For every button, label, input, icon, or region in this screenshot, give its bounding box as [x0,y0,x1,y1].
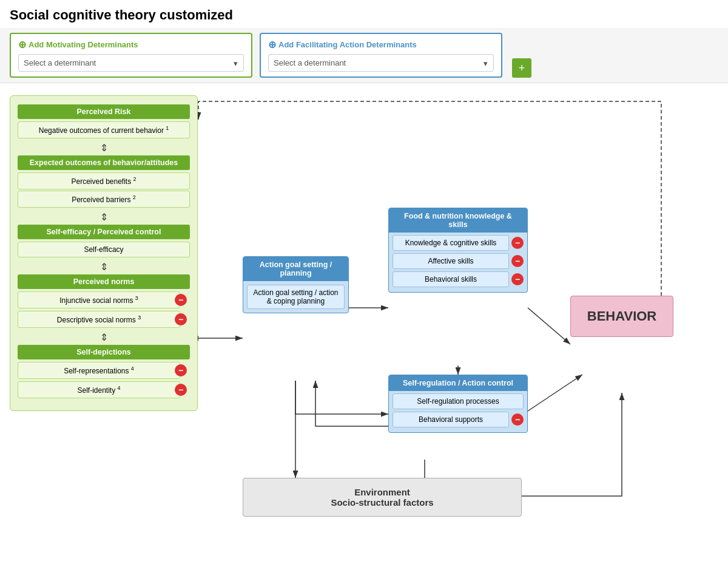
arrow-down-1: ⇕ [18,142,190,154]
perceived-norms-header: Perceived norms [18,274,190,289]
page-title: Social cognitive theory customized [0,0,728,28]
remove-knowledge-button[interactable]: − [511,237,524,249]
arrow-down-3: ⇕ [18,261,190,273]
perceived-barriers-item: Perceived barriers 2 [18,191,190,208]
arrow-down-2: ⇕ [18,211,190,223]
self-depictions-section: Self-depictions Self-representations 4 −… [18,345,190,398]
remove-affective-button[interactable]: − [511,255,524,267]
perceived-norms-section: Perceived norms Injunctive social norms … [18,274,190,328]
self-efficacy-item: Self-efficacy [18,242,190,257]
add-green-button[interactable]: + [512,58,531,78]
motivating-select-wrapper: Select a determinant ▾ [18,54,244,72]
behavioral-skills-row: Behavioral skills − [393,271,524,287]
environment-label: EnvironmentSocio-structural factors [331,487,433,508]
perceived-risk-section: Perceived Risk Negative outcomes of curr… [18,104,190,138]
affective-skills-row: Affective skills − [393,253,524,269]
expected-outcomes-header: Expected outcomes of behavior/attitudes [18,155,190,170]
descriptive-norms-item: Descriptive social norms 3 − [18,311,180,328]
remove-self-rep-button[interactable]: − [175,364,187,376]
remove-descriptive-button[interactable]: − [175,313,187,325]
environment-box: EnvironmentSocio-structural factors [243,478,522,517]
diagram-container: Perceived Risk Negative outcomes of curr… [0,83,728,539]
facilitating-select-wrapper: Select a determinant ▾ [268,54,494,72]
behavioral-skills-item: Behavioral skills [393,271,509,287]
action-goal-header: Action goal setting / planning [243,257,348,281]
perceived-risk-header: Perceived Risk [18,104,190,119]
action-goal-sub: Action goal setting / action & coping pl… [247,285,345,309]
behavioral-supports-item: Behavioral supports [393,412,509,427]
motivating-determinants-section: ⊕ Add Motivating Determinants Select a d… [10,33,252,78]
plus-icon-blue: ⊕ [268,39,276,50]
self-depictions-header: Self-depictions [18,345,190,359]
expected-outcomes-section: Expected outcomes of behavior/attitudes … [18,155,190,208]
facilitating-determinants-section: ⊕ Add Facilitating Action Determinants S… [260,33,502,78]
knowledge-cognitive-item: Knowledge & cognitive skills [393,235,509,251]
self-regulation-box: Self-regulation / Action control Self-re… [388,375,528,433]
motivating-determinant-select[interactable]: Select a determinant [18,54,244,72]
behavioral-supports-row: Behavioral supports − [393,412,524,427]
motivating-label: ⊕ Add Motivating Determinants [18,39,244,50]
self-efficacy-section: Self-efficacy / Perceived control Self-e… [18,225,190,257]
plus-icon-green: ⊕ [18,39,26,50]
action-goal-box: Action goal setting / planning Action go… [243,256,349,313]
knowledge-cognitive-row: Knowledge & cognitive skills − [393,235,524,251]
self-representations-item: Self-representations 4 − [18,362,180,379]
toolbar: ⊕ Add Motivating Determinants Select a d… [0,28,728,83]
food-knowledge-header: Food & nutrition knowledge & skills [389,208,527,233]
self-efficacy-header: Self-efficacy / Perceived control [18,225,190,239]
affective-skills-item: Affective skills [393,253,509,269]
remove-self-id-button[interactable]: − [175,384,187,396]
injunctive-norms-item: Injunctive social norms 3 − [18,291,180,308]
remove-injunctive-button[interactable]: − [175,294,187,306]
remove-behavioral-supports-button[interactable]: − [511,413,524,426]
behavior-label: BEHAVIOR [587,308,657,324]
self-identity-item: Self-identity 4 − [18,381,180,398]
arrow-down-4: ⇕ [18,332,190,343]
self-reg-processes-row: Self-regulation processes [393,393,524,409]
behavior-box: BEHAVIOR [570,296,673,337]
self-reg-processes-item: Self-regulation processes [393,393,524,409]
facilitating-label: ⊕ Add Facilitating Action Determinants [268,39,494,50]
facilitating-determinant-select[interactable]: Select a determinant [268,54,494,72]
perceived-benefits-item: Perceived benefits 2 [18,172,190,189]
remove-behavioral-button[interactable]: − [511,273,524,285]
svg-line-5 [528,308,570,344]
self-reg-header: Self-regulation / Action control [389,375,527,391]
negative-outcomes-item: Negative outcomes of current behavior 1 [18,121,190,138]
food-knowledge-box: Food & nutrition knowledge & skills Know… [388,208,528,293]
svg-line-6 [528,375,582,411]
left-motivating-panel: Perceived Risk Negative outcomes of curr… [10,95,198,411]
